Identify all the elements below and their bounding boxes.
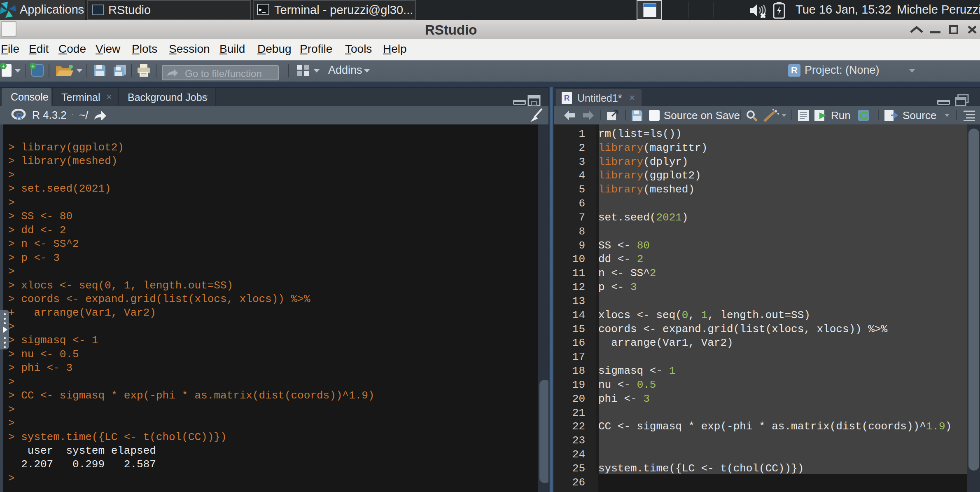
svg-text:R: R xyxy=(16,111,23,122)
